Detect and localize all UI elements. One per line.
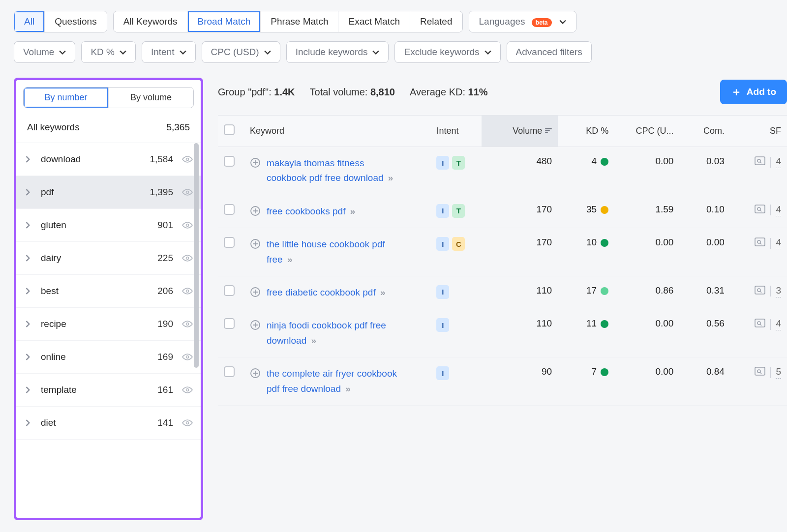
- eye-icon[interactable]: [182, 254, 193, 262]
- sf-count[interactable]: 5: [776, 366, 781, 379]
- sidebar-all-keywords[interactable]: All keywords 5,365: [16, 113, 201, 143]
- tab-broad-match[interactable]: Broad Match: [188, 11, 261, 32]
- col-kd[interactable]: KD %: [558, 116, 614, 147]
- expand-icon[interactable]: [250, 320, 261, 348]
- intent-cell: I: [436, 285, 449, 299]
- chevron-right-icon: [25, 321, 36, 327]
- intent-tag-i: I: [436, 204, 449, 218]
- keyword-link[interactable]: free cookbooks pdf »: [267, 204, 355, 219]
- sidebar-group-diet[interactable]: diet141: [16, 407, 201, 440]
- tab-exact-match[interactable]: Exact Match: [338, 11, 410, 32]
- table-row: makayla thomas fitness cookbook pdf free…: [218, 147, 787, 195]
- filter-exclude-keywords[interactable]: Exclude keywords: [394, 41, 500, 63]
- col-intent[interactable]: Intent: [430, 116, 482, 147]
- chevron-right-icon: [25, 386, 36, 393]
- serp-icon[interactable]: [755, 286, 765, 297]
- filter-volume[interactable]: Volume: [14, 41, 75, 63]
- eye-icon[interactable]: [182, 386, 193, 394]
- svg-point-4: [186, 290, 189, 293]
- sidebar-scrollbar[interactable]: [194, 143, 199, 368]
- eye-icon[interactable]: [182, 320, 193, 328]
- eye-icon[interactable]: [182, 353, 193, 361]
- eye-icon[interactable]: [182, 221, 193, 229]
- languages-dropdown[interactable]: Languages beta: [469, 11, 576, 32]
- keyword-link[interactable]: the complete air fryer cookbook pdf free…: [267, 366, 397, 396]
- row-checkbox[interactable]: [224, 204, 235, 215]
- sf-count[interactable]: 4: [776, 318, 781, 330]
- chevron-right-icon: [25, 288, 36, 295]
- serp-icon[interactable]: [755, 156, 765, 168]
- filter-intent[interactable]: Intent: [142, 41, 196, 63]
- tab-all-keywords[interactable]: All Keywords: [114, 11, 188, 32]
- serp-icon[interactable]: [755, 205, 765, 216]
- kd-cell: 35: [558, 195, 614, 228]
- sidebar-group-gluten[interactable]: gluten901: [16, 209, 201, 242]
- filter-include-keywords[interactable]: Include keywords: [286, 41, 389, 63]
- sidebar-group-template[interactable]: template161: [16, 374, 201, 407]
- sidebar-group-count: 901: [157, 220, 173, 231]
- svg-point-5: [186, 323, 189, 325]
- chevron-down-icon: [372, 47, 379, 58]
- eye-icon[interactable]: [182, 155, 193, 163]
- keyword-link[interactable]: the little house cookbook pdf free »: [267, 237, 397, 267]
- sf-count[interactable]: 4: [776, 156, 781, 168]
- row-checkbox[interactable]: [224, 237, 235, 248]
- tab-all[interactable]: All: [14, 11, 45, 32]
- svg-point-8: [186, 422, 189, 424]
- expand-icon[interactable]: [250, 368, 261, 396]
- eye-icon[interactable]: [182, 419, 193, 427]
- table-row: free diabetic cookbook pdf »I110170.860.…: [218, 276, 787, 309]
- sidebar-group-dairy[interactable]: dairy225: [16, 242, 201, 275]
- tab-phrase-match[interactable]: Phrase Match: [261, 11, 338, 32]
- sidebar-group-count: 190: [157, 319, 173, 329]
- sidebar-group-pdf[interactable]: pdf1,395: [16, 176, 201, 209]
- filter-advanced-filters[interactable]: Advanced filters: [507, 41, 592, 63]
- sidebar-group-online[interactable]: online169: [16, 341, 201, 374]
- sf-count[interactable]: 3: [776, 285, 781, 297]
- volume-cell: 110: [482, 309, 558, 357]
- tab-related[interactable]: Related: [410, 11, 462, 32]
- cpc-cell: 0.00: [614, 228, 679, 276]
- expand-icon[interactable]: [250, 238, 261, 267]
- expand-icon[interactable]: [250, 206, 261, 219]
- row-checkbox[interactable]: [224, 156, 235, 167]
- eye-icon[interactable]: [182, 287, 193, 295]
- col-com[interactable]: Com.: [679, 116, 730, 147]
- table-row: ninja foodi cookbook pdf free download »…: [218, 309, 787, 357]
- chevron-right-icon: [25, 189, 36, 196]
- sf-count[interactable]: 4: [776, 237, 781, 249]
- col-cpc[interactable]: CPC (U...: [614, 116, 679, 147]
- col-keyword[interactable]: Keyword: [244, 116, 431, 147]
- row-checkbox[interactable]: [224, 318, 235, 329]
- cpc-cell: 1.59: [614, 195, 679, 228]
- filter-cpc-usd-[interactable]: CPC (USD): [202, 41, 280, 63]
- chevron-down-icon: [264, 47, 271, 58]
- eye-icon[interactable]: [182, 188, 193, 196]
- keyword-link[interactable]: free diabetic cookbook pdf »: [267, 285, 386, 300]
- select-all-checkbox[interactable]: [224, 124, 235, 135]
- sf-count[interactable]: 4: [776, 204, 781, 216]
- row-checkbox[interactable]: [224, 366, 235, 377]
- keyword-link[interactable]: makayla thomas fitness cookbook pdf free…: [267, 156, 397, 186]
- col-volume[interactable]: Volume: [482, 116, 558, 147]
- row-checkbox[interactable]: [224, 285, 235, 296]
- serp-icon[interactable]: [755, 237, 765, 249]
- expand-icon[interactable]: [250, 157, 261, 186]
- kd-cell: 11: [558, 309, 614, 357]
- com-cell: 0.00: [679, 228, 730, 276]
- sidebar-tab-volume[interactable]: By volume: [109, 88, 193, 108]
- serp-icon[interactable]: [755, 367, 765, 378]
- sidebar-group-download[interactable]: download1,584: [16, 143, 201, 176]
- sidebar-group-best[interactable]: best206: [16, 275, 201, 308]
- serp-icon[interactable]: [755, 319, 765, 330]
- tab-questions[interactable]: Questions: [45, 11, 107, 32]
- beta-badge: beta: [532, 18, 552, 27]
- sidebar-group-count: 169: [157, 352, 173, 362]
- col-sf[interactable]: SF: [730, 116, 787, 147]
- filter-kd-[interactable]: KD %: [81, 41, 136, 63]
- keyword-link[interactable]: ninja foodi cookbook pdf free download »: [267, 318, 397, 348]
- sidebar-tab-number[interactable]: By number: [24, 88, 109, 108]
- sidebar-group-recipe[interactable]: recipe190: [16, 308, 201, 341]
- expand-icon[interactable]: [250, 287, 261, 300]
- add-to-button[interactable]: ＋ Add to: [720, 80, 787, 104]
